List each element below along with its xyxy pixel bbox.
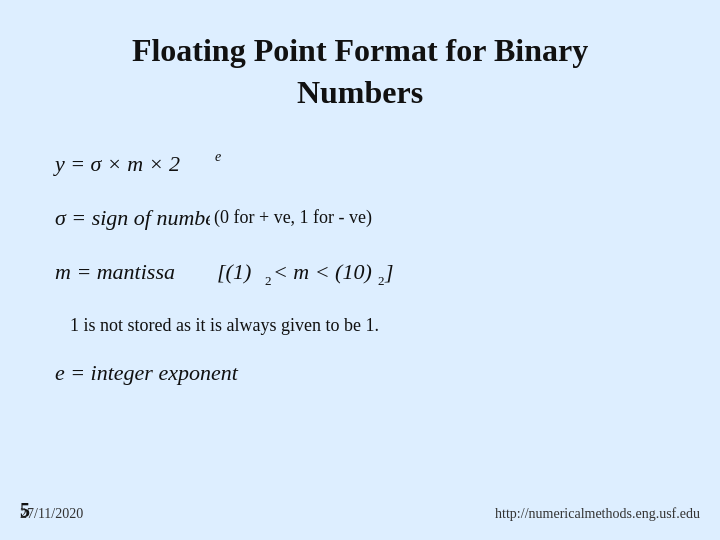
content-area: y = σ × m × 2 e σ = sign of number (0 fo… [50, 143, 670, 398]
svg-text:e: e [215, 149, 221, 164]
svg-text:m = mantissa: m = mantissa [55, 259, 175, 284]
svg-text:< m < (10): < m < (10) [273, 259, 372, 284]
footer-url: http://numericalmethods.eng.usf.edu [495, 506, 700, 522]
formula-m-range-svg: [(1) 2 < m < (10) 2 ] [215, 253, 415, 289]
formula-sigma-svg: σ = sign of number [50, 199, 210, 235]
title-line2: Numbers [297, 74, 423, 110]
svg-text:[(1): [(1) [217, 259, 251, 284]
svg-text:σ = sign of number: σ = sign of number [55, 205, 210, 230]
svg-text:]: ] [384, 259, 394, 284]
sigma-note: (0 for + ve, 1 for - ve) [214, 207, 372, 228]
svg-text:e = integer exponent: e = integer exponent [55, 360, 239, 385]
formula-e-svg: e = integer exponent [50, 354, 300, 390]
formula-m-svg: m = mantissa [50, 253, 215, 289]
page-number: 5 [20, 499, 30, 522]
slide: Floating Point Format for Binary Numbers… [0, 0, 720, 540]
formula-m: m = mantissa [(1) 2 < m < (10) 2 ] [50, 253, 670, 289]
formula-y-svg: y = σ × m × 2 e [50, 143, 230, 181]
svg-text:y = σ × m × 2: y = σ × m × 2 [53, 151, 180, 176]
title-line1: Floating Point Format for Binary [132, 32, 588, 68]
formula-y: y = σ × m × 2 e [50, 143, 670, 181]
slide-title: Floating Point Format for Binary Numbers [50, 30, 670, 113]
svg-text:2: 2 [265, 273, 272, 288]
svg-text:2: 2 [378, 273, 385, 288]
formula-sigma: σ = sign of number (0 for + ve, 1 for - … [50, 199, 670, 235]
note-text: 1 is not stored as it is always given to… [70, 315, 670, 336]
footer: 27/11/2020 http://numericalmethods.eng.u… [0, 506, 720, 522]
formula-e: e = integer exponent [50, 354, 670, 390]
